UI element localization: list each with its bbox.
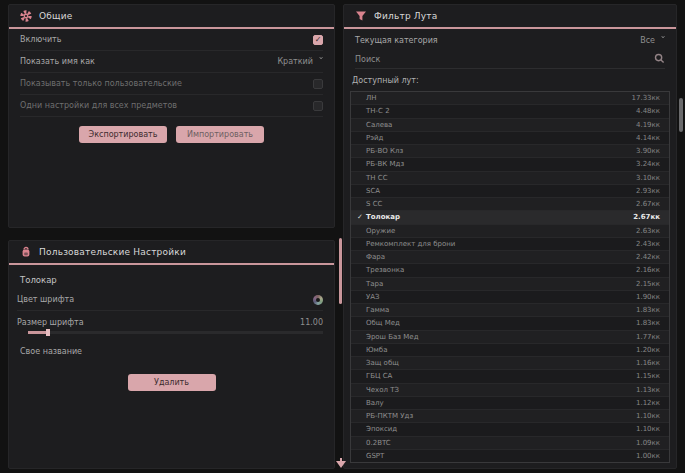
loot-item-name: Чехол ТЗ xyxy=(366,386,636,394)
color-wheel-icon[interactable] xyxy=(313,295,323,305)
loot-item-value: 2.67кк xyxy=(633,213,660,221)
font-size-value: 11.00 xyxy=(300,318,323,327)
loot-list-item[interactable]: ЛН 17.33кк xyxy=(351,92,669,104)
loot-item-name: Юмба xyxy=(366,346,636,354)
loot-list-item[interactable]: GSPT 1.00кк xyxy=(351,449,669,462)
same-settings-checkbox[interactable] xyxy=(313,101,323,111)
loot-list-item[interactable]: Защ общ 1.16кк xyxy=(351,356,669,369)
font-color-row: Цвет шрифта xyxy=(17,289,323,311)
loot-list-item[interactable]: Тара 2.15кк xyxy=(351,277,669,290)
loot-item-name: 0.2BTC xyxy=(366,439,636,447)
display-name-value: Краткий xyxy=(277,57,313,66)
loot-list-item[interactable]: РБ-ПКТМ Удз 1.10кк xyxy=(351,409,669,422)
only-custom-checkbox[interactable] xyxy=(313,79,323,89)
loot-list-item[interactable]: ✓ Толокар 2.67кк xyxy=(351,210,669,223)
loot-list-item[interactable]: Чехол ТЗ 1.13кк xyxy=(351,383,669,396)
loot-item-name: GSPT xyxy=(366,452,636,460)
display-name-label: Показать имя как xyxy=(20,57,95,66)
loot-list-item[interactable]: Эрош Баз Мед 1.77кк xyxy=(351,330,669,343)
loot-list-item[interactable]: Юмба 1.20кк xyxy=(351,343,669,356)
only-custom-row: Показывать только пользовательские xyxy=(20,73,323,95)
loot-item-value: 1.15кк xyxy=(636,372,660,380)
loot-list[interactable]: ЛН 17.33кк ТН-С 2 4.48кк Салева 4.19кк Р… xyxy=(350,91,670,463)
loot-list-item[interactable]: ТН-С 2 4.48кк xyxy=(351,104,669,117)
loot-item-value: 1.16кк xyxy=(636,359,660,367)
category-dropdown[interactable]: Все ˅ xyxy=(640,36,665,45)
loot-item-value: 1.83кк xyxy=(636,306,660,314)
loot-list-item[interactable]: Оружие 2.63кк xyxy=(351,224,669,237)
chevron-down-icon: ˅ xyxy=(660,36,666,45)
loot-item-name: ТН-С 2 xyxy=(366,107,636,115)
loot-list-item[interactable]: Эпоксид 1.10кк xyxy=(351,422,669,435)
loot-item-value: 2.67кк xyxy=(636,200,660,208)
loot-list-item[interactable]: SCA 2.93кк xyxy=(351,184,669,197)
slider-handle[interactable] xyxy=(46,329,50,336)
center-scrollbar-thumb[interactable] xyxy=(339,238,342,304)
available-loot-label: Доступный лут: xyxy=(344,69,676,90)
loot-item-value: 4.19кк xyxy=(636,121,660,129)
loot-list-item[interactable]: Салева 4.19кк xyxy=(351,118,669,131)
loot-item-name: Оружие xyxy=(366,227,636,235)
loot-item-name: УАЗ xyxy=(366,293,636,301)
loot-list-item[interactable]: Общ Мед 1.83кк xyxy=(351,316,669,329)
export-button[interactable]: Экспортировать xyxy=(79,126,167,143)
loot-item-name: Эрош Баз Мед xyxy=(366,333,636,341)
loot-item-value: 4.14кк xyxy=(636,134,660,142)
search-icon[interactable] xyxy=(654,53,665,66)
loot-list-item[interactable]: Валу 1.12кк xyxy=(351,396,669,409)
loot-list-item[interactable]: ТН СС 3.10кк xyxy=(351,171,669,184)
loot-list-item[interactable]: S СС 2.67кк xyxy=(351,197,669,210)
enable-label: Включить xyxy=(20,35,61,44)
filter-panel-title: Фильтр Лута xyxy=(374,11,438,21)
loot-item-name: S СС xyxy=(366,200,636,208)
font-size-slider[interactable] xyxy=(9,331,334,334)
enable-checkbox[interactable]: ✓ xyxy=(313,35,323,45)
slider-track[interactable] xyxy=(28,331,323,334)
loot-list-item[interactable]: Рэйд 4.14кк xyxy=(351,131,669,144)
loot-item-value: 1.83кк xyxy=(636,319,660,327)
loot-item-value: 1.77кк xyxy=(636,333,660,341)
import-button[interactable]: Импортировать xyxy=(176,126,264,143)
loot-item-name: Толокар xyxy=(366,213,633,221)
scroll-down-arrow-icon[interactable] xyxy=(336,461,346,468)
category-row: Текущая категория Все ˅ xyxy=(355,29,665,51)
font-size-row: Размер шрифта 11.00 xyxy=(17,311,323,333)
loot-item-value: 4.48кк xyxy=(636,107,660,115)
loot-list-item[interactable]: Трезвонка 2.16кк xyxy=(351,263,669,276)
custom-name-input[interactable] xyxy=(20,347,323,356)
loot-list-item[interactable]: РБ-ВО Клз 3.90кк xyxy=(351,144,669,157)
display-name-row: Показать имя как Краткий ˅ xyxy=(20,51,323,73)
loot-item-value: 2.63кк xyxy=(636,227,660,235)
check-icon: ✓ xyxy=(357,213,366,221)
loot-item-value: 17.33кк xyxy=(632,94,661,102)
delete-button[interactable]: Удалить xyxy=(128,374,216,391)
loot-item-value: 3.24кк xyxy=(636,160,660,168)
loot-item-name: Ремкомплект для брони xyxy=(366,240,636,248)
loot-list-item[interactable]: Фара 2.42кк xyxy=(351,250,669,263)
loot-item-name: Трезвонка xyxy=(366,266,636,274)
loot-item-value: 2.93кк xyxy=(636,187,660,195)
loot-item-name: ГБЦ СА xyxy=(366,372,636,380)
loot-list-item[interactable]: Гамма 1.83кк xyxy=(351,303,669,316)
check-icon: ✓ xyxy=(315,36,322,44)
loot-filter-panel: Фильтр Лута Текущая категория Все ˅ Дост… xyxy=(343,4,677,469)
custom-panel-header: Пользовательские Настройки xyxy=(9,241,334,263)
category-value: Все xyxy=(640,36,655,45)
loot-item-value: 1.00кк xyxy=(636,452,660,460)
loot-item-value: 1.13кк xyxy=(636,386,660,394)
loot-list-item[interactable]: УАЗ 1.90кк xyxy=(351,290,669,303)
loot-item-name: Салева xyxy=(366,121,636,129)
loot-list-item[interactable]: ГБЦ СА 1.15кк xyxy=(351,369,669,382)
category-label: Текущая категория xyxy=(355,36,438,45)
loot-item-name: РБ-ВК Мдз xyxy=(366,160,636,168)
loot-list-item[interactable]: РБ-ВК Мдз 3.24кк xyxy=(351,157,669,170)
loot-item-value: 3.90кк xyxy=(636,147,660,155)
display-name-dropdown[interactable]: Краткий ˅ xyxy=(277,57,323,66)
loot-list-item[interactable]: Ремкомплект для брони 2.43кк xyxy=(351,237,669,250)
search-input[interactable] xyxy=(355,55,654,64)
list-scrollbar-thumb[interactable] xyxy=(679,98,683,132)
loot-item-value: 1.10кк xyxy=(636,412,660,420)
search-bar xyxy=(355,51,665,69)
same-settings-label: Одни настройки для всех предметов xyxy=(20,101,177,110)
loot-list-item[interactable]: 0.2BTC 1.09кк xyxy=(351,436,669,449)
